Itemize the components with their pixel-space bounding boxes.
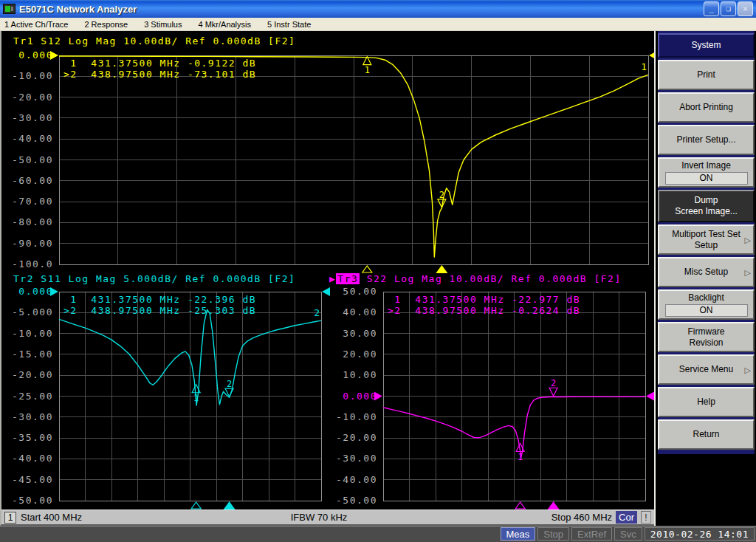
y-axis-label-tr1: -100.0 bbox=[0, 259, 53, 270]
softkey-firmware-revision[interactable]: FirmwareRevision bbox=[658, 322, 755, 352]
softkey-label: Misc Setup bbox=[684, 267, 728, 278]
y-axis-label-tr2: -40.00 bbox=[0, 453, 53, 464]
marker-number: 2 bbox=[439, 190, 444, 200]
trace-header-text: S22 Log Mag 10.00dB/ Ref 0.000dB [F2] bbox=[360, 273, 621, 284]
taskbar-indicator-svc: Svc bbox=[614, 527, 642, 541]
trace-name-inverted: Tr3 bbox=[336, 273, 360, 284]
menu-item-4-mkr-analysis[interactable]: 4 Mkr/Analysis bbox=[198, 20, 259, 29]
ref-level-arrow-right bbox=[646, 392, 654, 401]
y-axis-label-tr1: -90.00 bbox=[0, 239, 53, 249]
title-bar: E5071C Network Analyzer _❏✕ bbox=[0, 0, 756, 18]
app-icon bbox=[3, 4, 16, 14]
chart-header-tr1: Tr1 S12 Log Mag 10.00dB/ Ref 0.000dB [F2… bbox=[13, 36, 295, 47]
y-axis-label-tr2: -35.00 bbox=[0, 433, 53, 443]
taskbar-cells: MeasStopExtRefSvc2010-02-26 14:01 bbox=[501, 527, 755, 541]
window-title: E5071C Network Analyzer bbox=[19, 4, 137, 15]
softkey-label: Invert Image bbox=[681, 160, 731, 171]
status-bar: 1 Start 400 MHz IFBW 70 kHz Stop 460 MHz… bbox=[0, 510, 654, 526]
marker-readout-tr1: 1 431.37500 MHz -0.9122 dB >2 438.97500 … bbox=[63, 58, 256, 80]
y-axis-label-tr3: -30.00 bbox=[323, 453, 377, 464]
active-trace-arrow-icon: ▶ bbox=[329, 273, 336, 284]
softkey-dump-screen-image[interactable]: DumpScreen Image... bbox=[658, 190, 755, 222]
stop-frequency-label: Stop 460 MHz bbox=[551, 512, 612, 523]
warning-badge: ! bbox=[641, 511, 651, 524]
y-axis-label-tr3: 40.00 bbox=[323, 307, 377, 318]
y-axis-label-tr1: -10.00 bbox=[0, 71, 53, 81]
softkey-multiport-test-set-setup[interactable]: Multiport Test SetSetup▷ bbox=[658, 224, 755, 255]
softkey-help[interactable]: Help bbox=[658, 387, 755, 417]
stimulus-marker bbox=[515, 502, 525, 509]
y-axis-label-tr3: -40.00 bbox=[323, 475, 377, 485]
marker-number: 2 bbox=[551, 378, 556, 388]
softkey-print[interactable]: Print bbox=[658, 60, 755, 90]
marker-number: 1 bbox=[518, 452, 523, 462]
softkey-label: Backlight bbox=[688, 292, 724, 303]
menu-item-5-instr-state[interactable]: 5 Instr State bbox=[267, 20, 319, 29]
window-controls: _❏✕ bbox=[704, 1, 753, 16]
y-axis-label-tr2: -10.00 bbox=[0, 329, 53, 339]
stimulus-marker-active bbox=[224, 501, 236, 510]
softkey-label: Revision bbox=[689, 337, 723, 349]
softkey-invert-image[interactable]: Invert ImageON bbox=[658, 157, 755, 188]
softkey-label: Return bbox=[693, 429, 719, 440]
softkey-state-box: ON bbox=[665, 172, 748, 185]
softkey-printer-setup[interactable]: Printer Setup... bbox=[658, 125, 755, 155]
y-axis-label-tr3: -10.00 bbox=[323, 412, 377, 422]
softkey-label: Screen Image... bbox=[675, 206, 738, 217]
chart-header-tr2: Tr2 S11 Log Mag 5.000dB/ Ref 0.000dB [F2… bbox=[13, 274, 295, 284]
trace-number-label: 2 bbox=[314, 307, 320, 318]
y-axis-label-tr1: 0.000 bbox=[0, 50, 53, 61]
softkey-sidebar: SystemPrintAbort PrintingPrinter Setup..… bbox=[654, 31, 756, 526]
y-axis-label-tr2: -50.00 bbox=[0, 495, 53, 506]
softkey-system[interactable]: System bbox=[658, 33, 755, 58]
start-frequency-label: Start 400 MHz bbox=[21, 512, 82, 523]
softkey-label: System bbox=[691, 40, 721, 51]
chart-header-tr3: ▶Tr3 S22 Log Mag 10.00dB/ Ref 0.000dB [F… bbox=[329, 274, 622, 284]
menu-item-2-response[interactable]: 2 Response bbox=[84, 20, 136, 29]
close-icon: ✕ bbox=[743, 4, 748, 13]
y-axis-label-tr3: 50.00 bbox=[323, 287, 377, 297]
y-axis-label-tr3: 0.000 bbox=[323, 391, 377, 402]
y-axis-label-tr2: -20.00 bbox=[0, 370, 53, 380]
y-axis-label-tr1: -30.00 bbox=[0, 113, 53, 123]
restore-button[interactable]: ❏ bbox=[721, 1, 736, 16]
softkey-backlight[interactable]: BacklightON bbox=[658, 289, 755, 320]
submenu-arrow-icon: ▷ bbox=[745, 365, 751, 376]
trace-number-label: 1 bbox=[641, 61, 647, 72]
softkey-misc-setup[interactable]: Misc Setup▷ bbox=[658, 257, 755, 287]
instrument-taskbar: MeasStopExtRefSvc2010-02-26 14:01 bbox=[0, 526, 756, 542]
y-axis-label-tr1: -80.00 bbox=[0, 217, 53, 227]
softkey-label: Abort Printing bbox=[679, 102, 733, 113]
stimulus-marker-active bbox=[436, 265, 447, 273]
marker-glyph-down bbox=[549, 388, 557, 396]
taskbar-indicator-stop: Stop bbox=[537, 527, 569, 541]
e5071c-app-window: E5071C Network Analyzer _❏✕ 1 Active Ch/… bbox=[0, 0, 756, 542]
minimize-button[interactable]: _ bbox=[704, 1, 719, 16]
y-axis-label-tr3: -20.00 bbox=[323, 433, 377, 443]
stimulus-marker-active bbox=[548, 501, 560, 510]
softkey-label: Setup bbox=[695, 240, 718, 251]
menu-item-3-stimulus[interactable]: 3 Stimulus bbox=[144, 20, 190, 29]
y-axis-label-tr3: -50.00 bbox=[323, 495, 377, 506]
softkey-label: Help bbox=[697, 397, 715, 408]
marker-number: 1 bbox=[365, 65, 370, 75]
softkey-service-menu[interactable]: Service Menu▷ bbox=[658, 354, 755, 385]
stimulus-marker bbox=[362, 266, 372, 272]
menu-bar: 1 Active Ch/Trace2 Response3 Stimulus4 M… bbox=[0, 18, 756, 31]
submenu-arrow-icon: ▷ bbox=[745, 235, 751, 246]
softkey-button-stack: SystemPrintAbort PrintingPrinter Setup..… bbox=[658, 31, 755, 454]
marker-number: 1 bbox=[193, 393, 199, 403]
y-axis-label-tr2: -25.00 bbox=[0, 391, 53, 402]
y-axis-label-tr2: -5.000 bbox=[0, 307, 53, 318]
softkey-abort-printing[interactable]: Abort Printing bbox=[658, 92, 755, 123]
menu-item-1-active-ch-trace[interactable]: 1 Active Ch/Trace bbox=[4, 20, 76, 29]
taskbar-indicator-extref: ExtRef bbox=[571, 527, 612, 541]
marker-number: 2 bbox=[227, 379, 232, 389]
marker-readout-tr3: 1 431.37500 MHz -22.977 dB >2 438.97500 … bbox=[388, 294, 580, 316]
y-axis-label-tr1: -50.00 bbox=[0, 155, 53, 165]
softkey-label: Dump bbox=[694, 195, 718, 206]
submenu-arrow-icon: ▷ bbox=[745, 267, 751, 278]
softkey-return[interactable]: Return bbox=[658, 419, 755, 450]
instrument-screen: 11221212 0.000-10.00-20.00-30.00-40.00-5… bbox=[0, 31, 654, 510]
softkey-label: Printer Setup... bbox=[676, 134, 735, 145]
